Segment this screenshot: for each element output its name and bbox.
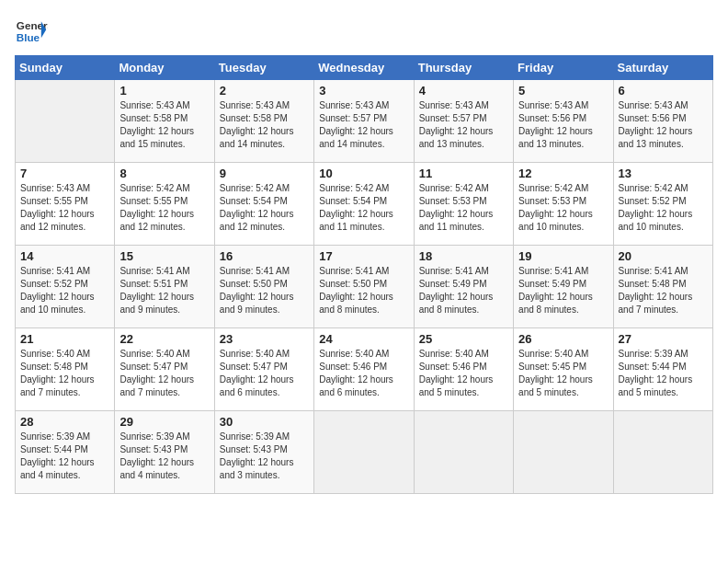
logo: General Blue [15, 15, 48, 48]
day-info: Sunrise: 5:39 AM Sunset: 5:44 PM Dayligh… [20, 431, 109, 482]
day-number: 20 [619, 249, 708, 263]
day-info: Sunrise: 5:40 AM Sunset: 5:46 PM Dayligh… [419, 348, 508, 399]
day-number: 2 [220, 84, 309, 98]
weekday-header-cell: Friday [514, 56, 613, 80]
calendar-cell: 27Sunrise: 5:39 AM Sunset: 5:44 PM Dayli… [613, 328, 712, 411]
day-info: Sunrise: 5:41 AM Sunset: 5:49 PM Dayligh… [518, 265, 608, 316]
calendar-cell [16, 80, 115, 163]
day-number: 12 [518, 167, 608, 180]
calendar-cell: 12Sunrise: 5:42 AM Sunset: 5:53 PM Dayli… [514, 163, 613, 246]
day-info: Sunrise: 5:42 AM Sunset: 5:54 PM Dayligh… [319, 182, 408, 234]
calendar-cell: 5Sunrise: 5:43 AM Sunset: 5:56 PM Daylig… [514, 80, 613, 163]
calendar-cell [613, 411, 712, 494]
day-number: 6 [619, 84, 708, 98]
calendar-cell: 7Sunrise: 5:43 AM Sunset: 5:55 PM Daylig… [16, 163, 115, 246]
day-info: Sunrise: 5:40 AM Sunset: 5:47 PM Dayligh… [119, 348, 209, 399]
day-info: Sunrise: 5:43 AM Sunset: 5:56 PM Dayligh… [518, 99, 608, 151]
day-info: Sunrise: 5:43 AM Sunset: 5:58 PM Dayligh… [119, 99, 209, 151]
day-number: 3 [319, 84, 408, 98]
day-number: 1 [119, 84, 209, 98]
day-info: Sunrise: 5:41 AM Sunset: 5:49 PM Dayligh… [419, 265, 508, 316]
calendar-week-row: 21Sunrise: 5:40 AM Sunset: 5:48 PM Dayli… [16, 328, 713, 411]
calendar-cell: 16Sunrise: 5:41 AM Sunset: 5:50 PM Dayli… [214, 246, 313, 328]
day-info: Sunrise: 5:41 AM Sunset: 5:50 PM Dayligh… [319, 265, 408, 316]
calendar-cell: 4Sunrise: 5:43 AM Sunset: 5:57 PM Daylig… [414, 80, 513, 163]
day-number: 26 [518, 332, 608, 346]
day-number: 24 [319, 332, 408, 346]
day-number: 16 [220, 249, 309, 263]
calendar-week-row: 7Sunrise: 5:43 AM Sunset: 5:55 PM Daylig… [16, 163, 713, 246]
day-number: 22 [119, 332, 209, 346]
day-info: Sunrise: 5:39 AM Sunset: 5:43 PM Dayligh… [220, 431, 309, 482]
day-number: 23 [220, 332, 309, 346]
calendar-cell: 15Sunrise: 5:41 AM Sunset: 5:51 PM Dayli… [115, 246, 214, 328]
day-number: 9 [220, 167, 309, 180]
calendar-cell: 22Sunrise: 5:40 AM Sunset: 5:47 PM Dayli… [115, 328, 214, 411]
calendar-table: SundayMondayTuesdayWednesdayThursdayFrid… [15, 55, 713, 494]
day-number: 29 [119, 415, 209, 429]
day-info: Sunrise: 5:43 AM Sunset: 5:55 PM Dayligh… [20, 182, 109, 234]
calendar-cell: 3Sunrise: 5:43 AM Sunset: 5:57 PM Daylig… [314, 80, 414, 163]
calendar-cell: 28Sunrise: 5:39 AM Sunset: 5:44 PM Dayli… [16, 411, 115, 494]
day-number: 5 [518, 84, 608, 98]
weekday-header-cell: Monday [115, 56, 214, 80]
weekday-header-cell: Saturday [613, 56, 712, 80]
day-number: 10 [319, 167, 408, 180]
day-number: 15 [119, 249, 209, 263]
calendar-cell: 18Sunrise: 5:41 AM Sunset: 5:49 PM Dayli… [414, 246, 513, 328]
day-info: Sunrise: 5:41 AM Sunset: 5:52 PM Dayligh… [20, 265, 109, 316]
weekday-header-cell: Wednesday [314, 56, 414, 80]
day-number: 19 [518, 249, 608, 263]
calendar-cell: 11Sunrise: 5:42 AM Sunset: 5:53 PM Dayli… [414, 163, 513, 246]
day-info: Sunrise: 5:40 AM Sunset: 5:46 PM Dayligh… [319, 348, 408, 399]
calendar-cell: 30Sunrise: 5:39 AM Sunset: 5:43 PM Dayli… [214, 411, 313, 494]
calendar-cell [314, 411, 414, 494]
day-info: Sunrise: 5:39 AM Sunset: 5:43 PM Dayligh… [119, 431, 209, 482]
day-info: Sunrise: 5:42 AM Sunset: 5:54 PM Dayligh… [220, 182, 309, 234]
calendar-cell: 2Sunrise: 5:43 AM Sunset: 5:58 PM Daylig… [214, 80, 313, 163]
day-info: Sunrise: 5:41 AM Sunset: 5:50 PM Dayligh… [220, 265, 309, 316]
calendar-cell: 24Sunrise: 5:40 AM Sunset: 5:46 PM Dayli… [314, 328, 414, 411]
day-info: Sunrise: 5:42 AM Sunset: 5:53 PM Dayligh… [518, 182, 608, 234]
day-info: Sunrise: 5:42 AM Sunset: 5:52 PM Dayligh… [619, 182, 708, 234]
day-info: Sunrise: 5:40 AM Sunset: 5:47 PM Dayligh… [220, 348, 309, 399]
calendar-cell: 13Sunrise: 5:42 AM Sunset: 5:52 PM Dayli… [613, 163, 712, 246]
day-info: Sunrise: 5:40 AM Sunset: 5:48 PM Dayligh… [20, 348, 109, 399]
calendar-cell: 19Sunrise: 5:41 AM Sunset: 5:49 PM Dayli… [514, 246, 613, 328]
calendar-body: 1Sunrise: 5:43 AM Sunset: 5:58 PM Daylig… [16, 80, 713, 494]
calendar-cell: 20Sunrise: 5:41 AM Sunset: 5:48 PM Dayli… [613, 246, 712, 328]
day-number: 30 [220, 415, 309, 429]
day-info: Sunrise: 5:42 AM Sunset: 5:55 PM Dayligh… [119, 182, 209, 234]
calendar-cell: 26Sunrise: 5:40 AM Sunset: 5:45 PM Dayli… [514, 328, 613, 411]
calendar-cell: 23Sunrise: 5:40 AM Sunset: 5:47 PM Dayli… [214, 328, 313, 411]
weekday-header-cell: Sunday [16, 56, 115, 80]
day-number: 18 [419, 249, 508, 263]
day-number: 8 [119, 167, 209, 180]
weekday-header: SundayMondayTuesdayWednesdayThursdayFrid… [16, 56, 713, 80]
calendar-week-row: 1Sunrise: 5:43 AM Sunset: 5:58 PM Daylig… [16, 80, 713, 163]
calendar-cell: 29Sunrise: 5:39 AM Sunset: 5:43 PM Dayli… [115, 411, 214, 494]
day-number: 21 [20, 332, 109, 346]
weekday-header-cell: Tuesday [214, 56, 313, 80]
calendar-cell: 14Sunrise: 5:41 AM Sunset: 5:52 PM Dayli… [16, 246, 115, 328]
calendar-cell [514, 411, 613, 494]
calendar-cell: 17Sunrise: 5:41 AM Sunset: 5:50 PM Dayli… [314, 246, 414, 328]
calendar-cell: 1Sunrise: 5:43 AM Sunset: 5:58 PM Daylig… [115, 80, 214, 163]
day-number: 13 [619, 167, 708, 180]
weekday-header-cell: Thursday [414, 56, 513, 80]
day-info: Sunrise: 5:43 AM Sunset: 5:58 PM Dayligh… [220, 99, 309, 151]
day-number: 14 [20, 249, 109, 263]
day-number: 25 [419, 332, 508, 346]
calendar-cell: 10Sunrise: 5:42 AM Sunset: 5:54 PM Dayli… [314, 163, 414, 246]
day-number: 4 [419, 84, 508, 98]
day-info: Sunrise: 5:39 AM Sunset: 5:44 PM Dayligh… [619, 348, 708, 399]
calendar-week-row: 28Sunrise: 5:39 AM Sunset: 5:44 PM Dayli… [16, 411, 713, 494]
day-number: 27 [619, 332, 708, 346]
day-number: 7 [20, 167, 109, 180]
calendar-cell [414, 411, 513, 494]
day-info: Sunrise: 5:41 AM Sunset: 5:48 PM Dayligh… [619, 265, 708, 316]
calendar-cell: 21Sunrise: 5:40 AM Sunset: 5:48 PM Dayli… [16, 328, 115, 411]
day-info: Sunrise: 5:41 AM Sunset: 5:51 PM Dayligh… [119, 265, 209, 316]
day-number: 28 [20, 415, 109, 429]
calendar-cell: 25Sunrise: 5:40 AM Sunset: 5:46 PM Dayli… [414, 328, 513, 411]
